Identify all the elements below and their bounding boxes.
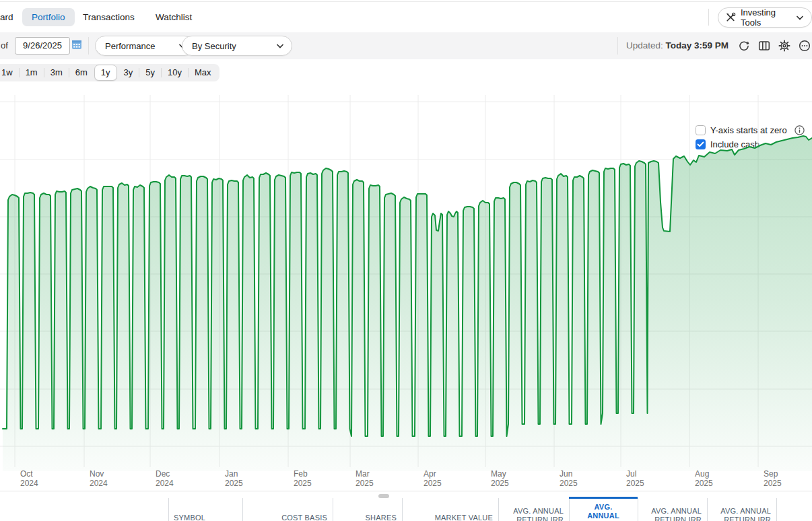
column-header-avg-annual-return-irr[interactable]: AVG. ANNUALRETURN IRR (%) (498, 501, 569, 521)
column-header-avg-annual-return-irr[interactable]: AVG. ANNUALRETURN IRR (%) (707, 501, 776, 521)
top-tab-bar: ard Portfolio Transactions Watchlist Inv… (0, 1, 812, 33)
chart-toolbar: 1w1m3m6m1y3y5y10yMax Y-axis starts at ze… (0, 59, 812, 94)
performance-area-chart[interactable] (0, 94, 812, 471)
range-1y[interactable]: 1y (94, 65, 117, 81)
x-axis-label-aug-2025: Aug2025 (695, 469, 713, 488)
x-axis-label-jan-2025: Jan2025 (225, 469, 243, 488)
chevron-down-icon (797, 15, 803, 20)
as-of-label-partial: of (1, 32, 8, 59)
chart-table-divider (0, 491, 812, 491)
scrollbar-pip[interactable] (378, 494, 389, 498)
column-header-avg-annual-return-irr[interactable]: AVG. ANNUALRETURN IRR (%) (638, 501, 707, 521)
view-dropdown[interactable]: Performance (95, 36, 195, 56)
controls-divider-right (617, 37, 618, 55)
view-dropdown-value: Performance (105, 41, 155, 51)
investing-tools-label: Investing Tools (741, 7, 792, 28)
column-divider (402, 498, 403, 521)
column-divider (638, 498, 638, 521)
x-axis-label-nov-2024: Nov2024 (90, 469, 108, 488)
tab-transactions[interactable]: Transactions (83, 2, 135, 32)
column-header-shares[interactable]: SHARES (333, 501, 402, 521)
x-axis-label-dec-2024: Dec2024 (156, 469, 174, 488)
x-axis-label-mar-2025: Mar2025 (356, 469, 374, 488)
column-divider (569, 498, 570, 521)
more-options-icon[interactable] (799, 40, 811, 52)
selected-column-indicator (569, 497, 638, 499)
x-axis-label-feb-2025: Feb2025 (294, 469, 312, 488)
range-6m[interactable]: 6m (69, 65, 94, 80)
range-1m[interactable]: 1m (20, 65, 44, 80)
x-axis-label-may-2025: May2025 (491, 469, 509, 488)
range-max[interactable]: Max (189, 65, 217, 80)
x-axis-label-apr-2025: Apr2025 (424, 469, 442, 488)
tab-watchlist[interactable]: Watchlist (156, 2, 192, 32)
column-divider (333, 498, 333, 521)
controls-bar: of 9/26/2025 Performance By Security Upd… (0, 32, 812, 60)
updated-value: Today 3:59 PM (666, 40, 729, 50)
x-axis-label-jun-2025: Jun2025 (560, 469, 578, 488)
updated-status: Updated: Today 3:59 PM (626, 32, 729, 59)
range-3y[interactable]: 3y (118, 65, 139, 80)
column-header-avg-annual-return-irr[interactable]: AVG.ANNUALRETURN IRR (%) (569, 501, 638, 521)
calendar-icon[interactable] (71, 39, 82, 50)
as-of-date-input[interactable]: 9/26/2025 (15, 37, 70, 55)
column-divider (242, 498, 243, 521)
column-header-symbol[interactable]: SYMBOL (168, 501, 242, 521)
tab-dashboard-partial[interactable]: ard (0, 2, 13, 32)
tools-icon (725, 12, 736, 23)
updated-label: Updated: (626, 40, 663, 50)
investing-tools-button[interactable]: Investing Tools (718, 7, 812, 28)
range-10y[interactable]: 10y (162, 65, 188, 80)
tab-portfolio[interactable]: Portfolio (22, 8, 75, 26)
column-header-cost-basis[interactable]: COST BASIS (242, 501, 333, 521)
column-divider (776, 498, 777, 521)
refresh-icon[interactable] (738, 40, 750, 52)
portfolio-performance-page: ard Portfolio Transactions Watchlist Inv… (0, 0, 812, 521)
chevron-down-icon (277, 44, 283, 48)
column-divider (707, 498, 708, 521)
column-divider (498, 498, 499, 521)
range-5y[interactable]: 5y (139, 65, 161, 80)
range-3m[interactable]: 3m (44, 65, 69, 80)
x-axis-label-sep-2025: Sep2025 (764, 469, 782, 488)
controls-divider-left (88, 37, 89, 55)
tabbar-divider (708, 9, 709, 26)
x-axis-label-oct-2024: Oct2024 (20, 469, 38, 488)
column-header-market-value[interactable]: MARKET VALUE (402, 501, 498, 521)
column-divider (168, 498, 169, 521)
columns-icon[interactable] (758, 40, 770, 52)
range-1w[interactable]: 1w (0, 65, 19, 80)
grouping-dropdown[interactable]: By Security (182, 36, 292, 56)
grouping-dropdown-value: By Security (192, 41, 236, 51)
x-axis-label-jul-2025: Jul2025 (626, 469, 644, 488)
gear-icon[interactable] (778, 40, 790, 52)
time-range-selector: 1w1m3m6m1y3y5y10yMax (0, 64, 219, 81)
chart-area-fill (3, 136, 812, 471)
